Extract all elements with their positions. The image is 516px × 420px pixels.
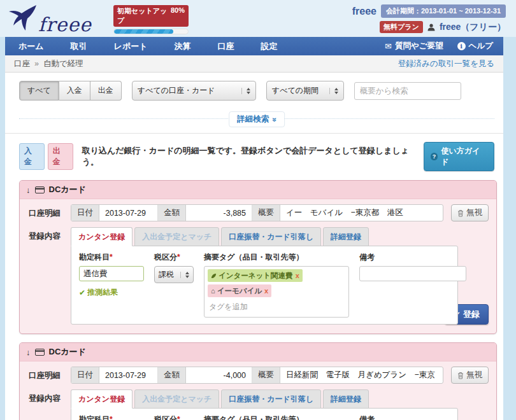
- tag-box[interactable]: インターネット関連費 x ⌂ イーモバイル x: [204, 266, 349, 318]
- detail-strip: 日付 2013-07-29 金額 -3,885 概要 イー モバイル −東京都 …: [71, 204, 443, 221]
- required-mark: *: [177, 253, 180, 262]
- breadcrumb-current: 自動で経理: [43, 59, 83, 69]
- user-name[interactable]: freee（フリー）: [440, 22, 506, 33]
- info-icon: i: [457, 42, 466, 50]
- tab-match-schedule[interactable]: 入出金予定とマッチ: [134, 389, 219, 409]
- tax-label: 税区分*: [154, 414, 194, 420]
- feedback-link[interactable]: ✉ 質問やご要望: [385, 41, 443, 52]
- check-icon: ✔: [79, 288, 85, 297]
- register-tabs: カンタン登録 入出金予定とマッチ 口座振替・カード引落し 詳細登録: [71, 389, 458, 409]
- card-header[interactable]: ↓ DCカード: [20, 343, 496, 361]
- help-link[interactable]: i ヘルプ: [457, 41, 493, 52]
- tab-transfer[interactable]: 口座振替・カード引落し: [221, 227, 321, 246]
- summary-value: イー モバイル −東京都 港区: [280, 205, 443, 221]
- register-row: 登録内容 カンタン登録 入出金予定とマッチ 口座振替・カード引落し 詳細登録 勘…: [29, 227, 489, 325]
- memo-input[interactable]: [359, 266, 466, 281]
- nav-item-closing[interactable]: 決算: [161, 37, 204, 55]
- registered-transactions-link[interactable]: 登録済みの取引一覧を見る: [398, 59, 494, 69]
- memo-label: 備考: [359, 252, 466, 263]
- envelope-icon: ✉: [385, 41, 392, 51]
- tax-label: 税区分*: [154, 252, 194, 263]
- tab-detail-register[interactable]: 詳細登録: [323, 227, 369, 246]
- filter-withdraw-button[interactable]: 出金: [90, 81, 122, 101]
- download-arrow-icon: ↓: [26, 347, 31, 357]
- tags-label: 摘要タグ（品目・取引先等）: [204, 414, 349, 420]
- amount-value: -4,000: [186, 367, 252, 383]
- page: freee 初期セットアップ 80% freee 会計期間：2013-01-01…: [0, 0, 516, 420]
- summary-search-input[interactable]: [354, 82, 461, 100]
- nav-item-transactions[interactable]: 取引: [57, 37, 101, 55]
- account-info-area: freee 会計期間：2013-01-01 ~ 2013-12-31 無料プラン…: [352, 4, 506, 36]
- setup-badge: 初期セットアップ 80%: [113, 5, 189, 27]
- amount-value: -3,885: [186, 205, 252, 221]
- ignore-button[interactable]: 無視: [451, 204, 489, 221]
- card-header[interactable]: ↓ DCカード: [20, 181, 496, 199]
- filter-deposit-button[interactable]: 入金: [59, 81, 90, 101]
- tab-match-schedule[interactable]: 入出金予定とマッチ: [134, 227, 219, 246]
- detail-strip: 日付 2013-07-29 金額 -4,000 概要 日経新聞 電子版 月ぎめプ…: [71, 367, 443, 384]
- amount-label: 金額: [158, 367, 186, 383]
- nav-item-accounts[interactable]: 口座: [204, 37, 248, 55]
- house-icon: ⌂: [211, 287, 215, 295]
- withdraw-badge: 出金: [48, 143, 73, 170]
- remove-tag-icon[interactable]: x: [296, 272, 299, 279]
- question-icon: ?: [431, 153, 438, 160]
- partner-tag[interactable]: ⌂ イーモバイル x: [208, 284, 271, 297]
- filter-all-button[interactable]: すべて: [19, 81, 59, 101]
- plan-badge[interactable]: 無料プラン: [380, 21, 423, 33]
- company-name[interactable]: freee: [352, 6, 376, 17]
- select-arrows-icon: [241, 88, 250, 94]
- setup-progress-bar: [113, 29, 189, 34]
- card-account-name: DCカード: [49, 184, 86, 195]
- account-item-input[interactable]: [79, 266, 144, 281]
- trash-icon: [457, 209, 464, 217]
- detail-section-label: 口座明細: [29, 204, 71, 219]
- tab-transfer[interactable]: 口座振替・カード引落し: [221, 389, 321, 409]
- breadcrumb-accounts[interactable]: 口座: [14, 59, 30, 69]
- amount-label: 金額: [158, 205, 186, 221]
- tab-easy-register[interactable]: カンタン登録: [71, 227, 133, 246]
- register-section-label: 登録内容: [29, 389, 71, 404]
- detail-row: 口座明細 日付 2013-07-29 金額 -3,885 概要 イー モバイル …: [29, 204, 489, 221]
- tax-select[interactable]: 課税: [154, 266, 194, 283]
- nav-item-settings[interactable]: 設定: [248, 37, 291, 55]
- easy-register-panel: 勘定科目* ✔ 推測結果 税区分* 課税: [71, 408, 458, 420]
- type-filter-group: すべて 入金 出金: [19, 81, 122, 101]
- nav-item-reports[interactable]: レポート: [101, 37, 161, 55]
- accounting-period-badge[interactable]: 会計期間：2013-01-01 ~ 2013-12-31: [381, 4, 506, 18]
- period-select[interactable]: すべての期間: [266, 81, 344, 101]
- tab-detail-register[interactable]: 詳細登録: [323, 389, 369, 409]
- ignore-button[interactable]: 無視: [451, 367, 489, 384]
- advanced-search-toggle[interactable]: 詳細検索 »: [229, 111, 285, 127]
- item-tag[interactable]: インターネット関連費 x: [208, 269, 303, 282]
- summary-label: 概要: [252, 205, 280, 221]
- usage-guide-button[interactable]: ? 使い方ガイド: [424, 142, 494, 171]
- intro-row: 入金 出金 取り込んだ銀行・カードの明細一覧です。登録ボタンで会計データとして登…: [5, 134, 503, 176]
- download-arrow-icon: ↓: [26, 185, 31, 195]
- tag-add-input[interactable]: タグを追加: [208, 297, 345, 314]
- register-row: 登録内容 カンタン登録 入出金予定とマッチ 口座振替・カード引落し 詳細登録 勘…: [29, 389, 489, 420]
- initial-setup-widget[interactable]: 初期セットアップ 80%: [113, 5, 189, 34]
- account-item-label: 勘定科目*: [79, 414, 144, 420]
- nav-item-home[interactable]: ホーム: [5, 37, 57, 55]
- select-arrows-icon: [180, 272, 189, 278]
- user-icon: [427, 24, 435, 31]
- select-arrows-icon: [329, 88, 338, 94]
- main-nav: ホーム 取引 レポート 決算 口座 設定 ✉ 質問やご要望 i ヘルプ: [5, 37, 503, 55]
- tab-easy-register[interactable]: カンタン登録: [71, 389, 133, 409]
- setup-label: 初期セットアップ: [117, 6, 171, 25]
- help-label: ヘルプ: [469, 41, 493, 52]
- account-item-label: 勘定科目*: [79, 252, 144, 263]
- inference-result: ✔ 推測結果: [79, 287, 144, 298]
- chevron-down-icon: »: [270, 117, 279, 122]
- transaction-card: ↓ DCカード 口座明細 日付 2013-07-29 金額 -4,000 概要 …: [19, 342, 497, 420]
- filter-section: すべて 入金 出金 すべての口座・カード すべての期間 詳細検索: [5, 73, 503, 127]
- deposit-badge: 入金: [19, 143, 45, 170]
- transaction-card: ↓ DCカード 口座明細 日付 2013-07-29 金額 -3,885 概要 …: [19, 180, 497, 334]
- date-label: 日付: [71, 367, 99, 383]
- intro-message: 取り込んだ銀行・カードの明細一覧です。登録ボタンで会計データとして登録しましょう…: [82, 145, 424, 168]
- summary-value: 日経新聞 電子版 月ぎめプラン −東京: [280, 367, 443, 383]
- remove-tag-icon[interactable]: x: [264, 287, 268, 295]
- account-select[interactable]: すべての口座・カード: [132, 81, 256, 101]
- freee-logo[interactable]: freee: [8, 3, 92, 36]
